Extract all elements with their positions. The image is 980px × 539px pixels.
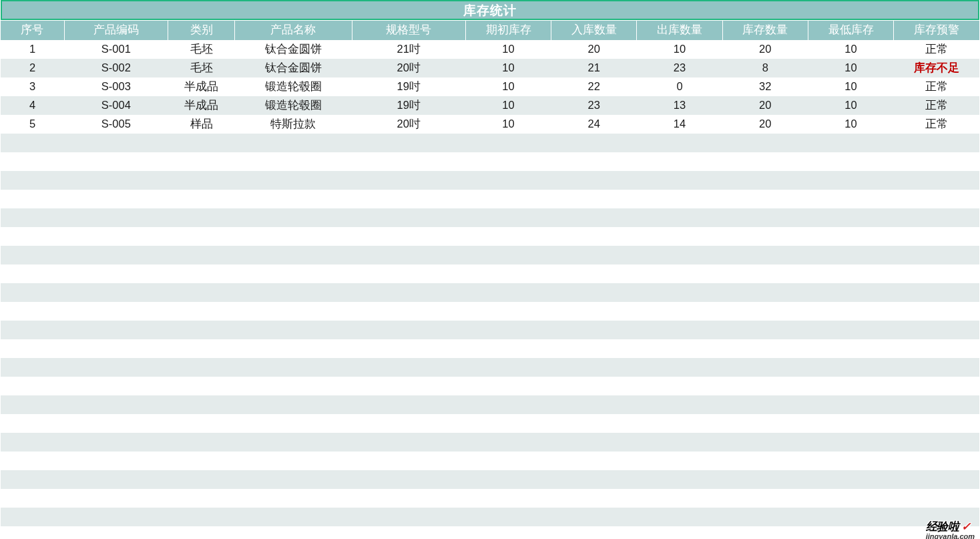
empty-cell: [465, 321, 551, 339]
empty-cell: [168, 302, 235, 321]
empty-cell: [551, 190, 637, 208]
empty-cell: [465, 395, 551, 414]
empty-cell: [722, 190, 808, 208]
empty-cell: [352, 508, 465, 526]
empty-cell: [894, 208, 979, 227]
cell-stock: 20: [722, 96, 808, 115]
empty-cell: [722, 208, 808, 227]
empty-cell: [64, 433, 168, 452]
empty-cell: [894, 433, 979, 452]
empty-row: [1, 377, 979, 395]
empty-cell: [551, 377, 637, 395]
empty-cell: [637, 283, 722, 302]
empty-cell: [235, 321, 352, 339]
cell-begin: 10: [465, 59, 551, 77]
empty-cell: [722, 321, 808, 339]
empty-cell: [637, 414, 722, 433]
empty-cell: [168, 321, 235, 339]
empty-row: [1, 190, 979, 208]
empty-cell: [1, 452, 64, 470]
empty-cell: [168, 171, 235, 190]
empty-cell: [722, 489, 808, 508]
empty-cell: [894, 134, 979, 152]
empty-cell: [352, 246, 465, 264]
empty-cell: [722, 339, 808, 358]
empty-cell: [64, 414, 168, 433]
empty-cell: [551, 171, 637, 190]
empty-cell: [637, 433, 722, 452]
empty-cell: [235, 190, 352, 208]
empty-row: [1, 283, 979, 302]
empty-cell: [235, 208, 352, 227]
cell-begin: 10: [465, 115, 551, 134]
cell-name: 特斯拉款: [235, 115, 352, 134]
empty-cell: [551, 227, 637, 246]
empty-cell: [465, 283, 551, 302]
empty-cell: [551, 321, 637, 339]
empty-cell: [168, 377, 235, 395]
empty-cell: [551, 264, 637, 283]
empty-row: [1, 134, 979, 152]
cell-stock: 8: [722, 59, 808, 77]
empty-cell: [808, 302, 893, 321]
empty-cell: [64, 134, 168, 152]
empty-row: [1, 339, 979, 358]
cell-alert: 正常: [894, 40, 979, 59]
col-header-spec: 规格型号: [352, 21, 465, 40]
empty-cell: [808, 208, 893, 227]
sheet-title: 库存统计: [1, 0, 979, 20]
empty-cell: [637, 470, 722, 489]
empty-row: [1, 452, 979, 470]
empty-row: [1, 246, 979, 264]
empty-row: [1, 470, 979, 489]
empty-cell: [722, 508, 808, 526]
empty-row: [1, 414, 979, 433]
empty-cell: [808, 470, 893, 489]
empty-cell: [722, 452, 808, 470]
col-header-begin: 期初库存: [465, 21, 551, 40]
empty-cell: [64, 358, 168, 377]
empty-cell: [168, 339, 235, 358]
empty-cell: [352, 134, 465, 152]
empty-cell: [64, 470, 168, 489]
empty-cell: [1, 190, 64, 208]
empty-row: [1, 227, 979, 246]
col-header-category: 类别: [168, 21, 235, 40]
empty-cell: [168, 134, 235, 152]
empty-cell: [168, 152, 235, 171]
empty-cell: [722, 470, 808, 489]
table-row: 2S-002毛坯钛合金圆饼20吋102123810库存不足: [1, 59, 979, 77]
empty-cell: [1, 414, 64, 433]
watermark: 经验啦 ✓ jingyanla.com: [926, 519, 975, 526]
empty-cell: [551, 358, 637, 377]
col-header-seq: 序号: [1, 21, 64, 40]
cell-out: 23: [637, 59, 722, 77]
empty-cell: [722, 264, 808, 283]
empty-cell: [1, 433, 64, 452]
cell-spec: 19吋: [352, 77, 465, 96]
empty-cell: [235, 377, 352, 395]
cell-code: S-001: [64, 40, 168, 59]
empty-cell: [808, 227, 893, 246]
cell-code: S-003: [64, 77, 168, 96]
empty-cell: [168, 190, 235, 208]
cell-spec: 20吋: [352, 59, 465, 77]
empty-cell: [235, 339, 352, 358]
empty-cell: [551, 395, 637, 414]
empty-cell: [235, 302, 352, 321]
empty-cell: [722, 227, 808, 246]
empty-cell: [637, 171, 722, 190]
col-header-in: 入库数量: [551, 21, 637, 40]
empty-cell: [551, 433, 637, 452]
empty-cell: [551, 302, 637, 321]
empty-cell: [808, 358, 893, 377]
empty-cell: [352, 321, 465, 339]
cell-seq: 1: [1, 40, 64, 59]
empty-cell: [235, 433, 352, 452]
empty-cell: [894, 358, 979, 377]
empty-cell: [551, 208, 637, 227]
empty-cell: [64, 190, 168, 208]
empty-cell: [235, 134, 352, 152]
empty-cell: [465, 489, 551, 508]
empty-cell: [808, 134, 893, 152]
